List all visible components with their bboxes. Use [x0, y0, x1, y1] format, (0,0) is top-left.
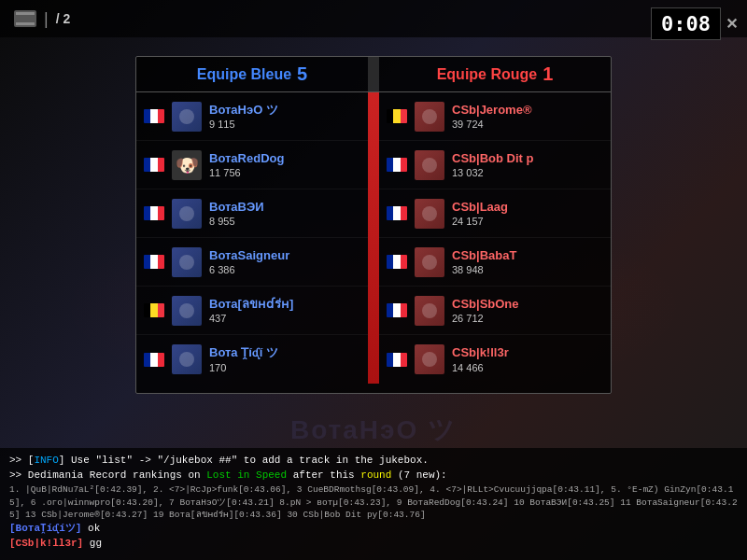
- flag-icon: [387, 255, 407, 269]
- player-row: Вота Ṱíᶑí ツ170: [136, 335, 368, 384]
- blue-team-column: ВотаНэО ツ9 115🐶ВотаRedDog11 756ВотаВЭИ8 …: [136, 92, 368, 384]
- player-info: Вота Ṱíᶑí ツ170: [209, 345, 360, 373]
- player-avatar: [415, 199, 444, 229]
- player-avatar: [172, 199, 202, 229]
- flag-icon: [144, 109, 164, 123]
- player-score: 26 712: [452, 313, 603, 324]
- player-row: Вота[ลขʜɗร่ʜ]437: [136, 287, 368, 335]
- player-score: 11 756: [209, 167, 360, 178]
- header-divider: [368, 57, 379, 91]
- player-score: 437: [209, 313, 360, 324]
- player-info: CSb|BabaT38 948: [452, 248, 603, 276]
- close-icon[interactable]: ✕: [726, 15, 738, 33]
- page-fraction: / 2: [56, 11, 71, 26]
- timer-display: 0:08: [651, 7, 721, 40]
- player-name: CSb|Bob Dit р: [452, 151, 603, 166]
- player-name: CSb|Jerome®: [452, 103, 603, 118]
- player-name: ВотаВЭИ: [209, 200, 360, 215]
- flag-icon: [387, 158, 407, 172]
- team-blue-header: Equipe Bleue 5: [136, 57, 368, 91]
- player-name: CSb|Laag: [452, 200, 603, 215]
- player-info: CSb|k!ll3r14 466: [452, 345, 603, 373]
- player-name: CSb|SbOne: [452, 297, 603, 312]
- team-red-score: 1: [543, 63, 553, 85]
- player-info: ВотаНэО ツ9 115: [209, 103, 360, 131]
- flag-icon: [144, 303, 164, 317]
- player-info: ВотаВЭИ8 955: [209, 200, 360, 228]
- team-blue-name: Equipe Bleue: [197, 66, 291, 83]
- player-info: ВотаSaigneur6 386: [209, 248, 360, 276]
- player-name: ВотаSaigneur: [209, 248, 360, 263]
- team-red-header: Equipe Rouge 1: [379, 57, 611, 91]
- player-score: 9 115: [209, 119, 360, 130]
- flag-icon: [387, 353, 407, 367]
- console-line: [ВотаṰíᶑíツ] ok: [9, 522, 738, 537]
- scoreboard-panel: Equipe Bleue 5 Equipe Rouge 1 ВотаНэО ツ9…: [135, 56, 612, 394]
- timer-widget: 0:08 ✕: [651, 7, 738, 40]
- player-name: CSb|BabaT: [452, 248, 603, 263]
- player-name: ВотаRedDog: [209, 151, 360, 166]
- flag-icon: [387, 109, 407, 123]
- center-divider: [368, 92, 379, 384]
- player-score: 8 955: [209, 216, 360, 227]
- separator: |: [44, 9, 49, 29]
- player-score: 14 466: [452, 362, 603, 373]
- flag-icon: [144, 158, 164, 172]
- console-line: >> [INFO] Use "list" -> "/jukebox ##" to…: [9, 454, 738, 469]
- player-avatar: [415, 344, 444, 374]
- console-line: 1. |QuB|RdNu7aL²[0:42.39], 2. <7>|RcJp>f…: [9, 483, 738, 522]
- player-row: 🐶ВотаRedDog11 756: [136, 141, 368, 189]
- player-info: ВотаRedDog11 756: [209, 151, 360, 179]
- player-avatar: [415, 296, 444, 326]
- player-info: CSb|Laag24 157: [452, 200, 603, 228]
- player-name: ВотаНэО ツ: [209, 103, 360, 118]
- flag-icon: [144, 255, 164, 269]
- player-score: 6 386: [209, 264, 360, 275]
- player-avatar: [415, 102, 444, 132]
- player-row: ВотаSaigneur6 386: [136, 238, 368, 287]
- player-avatar: [172, 247, 202, 277]
- console-area: >> [INFO] Use "list" -> "/jukebox ##" to…: [0, 448, 747, 560]
- player-info: CSb|SbOne26 712: [452, 297, 603, 325]
- top-bar: | / 2: [0, 0, 747, 37]
- flag-icon: [387, 206, 407, 220]
- player-info: CSb|Jerome®39 724: [452, 103, 603, 131]
- console-line: [CSb|k!ll3r] gg: [9, 537, 738, 552]
- player-row: ВотаНэО ツ9 115: [136, 92, 368, 141]
- flag-icon: [144, 353, 164, 367]
- player-row: CSb|BabaT38 948: [379, 238, 611, 287]
- player-row: ВотаВЭИ8 955: [136, 189, 368, 238]
- team-red-name: Equipe Rouge: [437, 66, 538, 83]
- player-avatar: [172, 102, 202, 132]
- player-name: Вота[ลขʜɗร่ʜ]: [209, 297, 360, 312]
- player-score: 38 948: [452, 264, 603, 275]
- scoreboard-header: Equipe Bleue 5 Equipe Rouge 1: [136, 57, 611, 92]
- player-row: CSb|k!ll3r14 466: [379, 335, 611, 384]
- player-avatar: [415, 150, 444, 180]
- flag-icon: [144, 206, 164, 220]
- console-line: >> Dedimania Record rankings on Lost in …: [9, 469, 738, 483]
- player-name: Вота Ṱíᶑí ツ: [209, 345, 360, 360]
- player-row: CSb|Jerome®39 724: [379, 92, 611, 141]
- players-area: ВотаНэО ツ9 115🐶ВотаRedDog11 756ВотаВЭИ8 …: [136, 92, 611, 384]
- player-row: CSb|Bob Dit р13 032: [379, 141, 611, 189]
- red-team-column: CSb|Jerome®39 724CSb|Bob Dit р13 032CSb|…: [379, 92, 611, 384]
- player-score: 24 157: [452, 216, 603, 227]
- player-row: CSb|Laag24 157: [379, 189, 611, 238]
- player-score: 170: [209, 362, 360, 373]
- flag-icon: [387, 303, 407, 317]
- player-avatar: 🐶: [172, 150, 202, 180]
- player-name: CSb|k!ll3r: [452, 345, 603, 360]
- menu-icon: [14, 10, 36, 27]
- player-score: 39 724: [452, 119, 603, 130]
- player-info: Вота[ลขʜɗร่ʜ]437: [209, 297, 360, 325]
- player-avatar: [415, 247, 444, 277]
- player-score: 13 032: [452, 167, 603, 178]
- team-blue-score: 5: [297, 63, 307, 85]
- player-avatar: [172, 344, 202, 374]
- player-info: CSb|Bob Dit р13 032: [452, 151, 603, 179]
- player-row: CSb|SbOne26 712: [379, 287, 611, 335]
- player-avatar: [172, 296, 202, 326]
